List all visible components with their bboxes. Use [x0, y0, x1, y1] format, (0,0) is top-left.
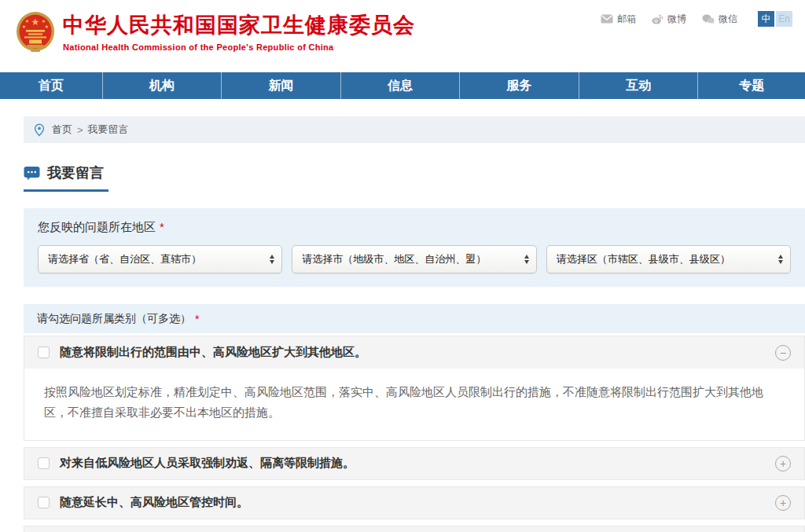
category-form-label: 请勾选问题所属类别（可多选）* [24, 304, 805, 333]
wechat-link-label: 微信 [719, 13, 737, 26]
mail-link[interactable]: 邮箱 [601, 13, 636, 26]
wechat-icon [702, 14, 715, 24]
breadcrumb-current: 我要留言 [88, 123, 129, 137]
select-arrows-icon [270, 255, 274, 264]
select-arrows-icon [778, 255, 783, 264]
category-row-4[interactable]: 随意扩大采取隔离、管控措施的风险人员范围。 + [24, 526, 805, 532]
svg-text:★: ★ [22, 24, 26, 29]
category-list: 随意将限制出行的范围由中、高风险地区扩大到其他地区。 − 按照风险地区划定标准，… [24, 336, 805, 532]
province-select[interactable]: 请选择省（省、自治区、直辖市） [38, 245, 282, 273]
national-emblem-logo: ★ ★ ★ ★ ★ [16, 11, 55, 53]
wechat-link[interactable]: 微信 [702, 13, 737, 26]
breadcrumb-separator: > [77, 124, 83, 136]
category-row-3[interactable]: 随意延长中、高风险地区管控时间。 + [24, 486, 805, 519]
category-title-2: 对来自低风险地区人员采取强制劝返、隔离等限制措施。 [60, 456, 775, 471]
category-row-1[interactable]: 随意将限制出行的范围由中、高风险地区扩大到其他地区。 − [24, 336, 805, 369]
category-detail-1: 按照风险地区划定标准，精准划定中、高风险地区范围，落实中、高风险地区人员限制出行… [24, 369, 805, 441]
breadcrumb: 首页 > 我要留言 [24, 116, 805, 143]
message-bubble-icon [24, 166, 40, 181]
nav-item-organization[interactable]: 机构 [102, 72, 222, 99]
category-title-1: 随意将限制出行的范围由中、高风险地区扩大到其他地区。 [60, 345, 775, 360]
expand-icon[interactable]: + [775, 456, 791, 471]
nav-item-information[interactable]: 信息 [340, 72, 460, 99]
region-selects-row: 请选择省（省、自治区、直辖市） 请选择市（地级市、地区、自治州、盟） 请选择区（… [38, 245, 791, 273]
region-form-label-text: 您反映的问题所在地区 [38, 220, 156, 233]
required-asterisk: * [160, 220, 164, 233]
lang-zh-button[interactable]: 中 [758, 11, 774, 27]
required-asterisk: * [195, 313, 199, 325]
category-checkbox-3[interactable] [38, 497, 50, 508]
breadcrumb-home-link[interactable]: 首页 [52, 123, 72, 137]
mail-link-label: 邮箱 [617, 13, 636, 26]
collapse-icon[interactable]: − [775, 345, 791, 361]
district-select-value: 请选择区（市辖区、县级市、县级区） [557, 252, 778, 266]
main-navigation: 首页 机构 新闻 信息 服务 互动 专题 [0, 72, 805, 99]
district-select[interactable]: 请选择区（市辖区、县级市、县级区） [546, 245, 791, 273]
site-title-english: National Health Commission of the People… [63, 42, 415, 52]
category-checkbox-1[interactable] [38, 347, 50, 358]
header-quick-links: 邮箱 微博 [585, 11, 792, 27]
category-title-3: 随意延长中、高风险地区管控时间。 [60, 495, 775, 510]
svg-text:★: ★ [45, 24, 49, 29]
select-arrows-icon [524, 255, 529, 264]
city-select[interactable]: 请选择市（地级市、地区、自治州、盟） [292, 245, 536, 273]
page-title-block: 我要留言 [24, 163, 108, 192]
lang-en-button[interactable]: En [776, 11, 792, 27]
category-row-2[interactable]: 对来自低风险地区人员采取强制劝返、隔离等限制措施。 + [24, 447, 805, 480]
site-brand: 中华人民共和国国家卫生健康委员会 National Health Commiss… [63, 13, 415, 52]
svg-text:★: ★ [31, 17, 40, 28]
page: ★ ★ ★ ★ ★ 中华人民共和国国家卫生健康委员会 National Heal… [0, 0, 805, 532]
mail-icon [601, 14, 613, 24]
site-title-chinese: 中华人民共和国国家卫生健康委员会 [63, 13, 415, 39]
page-title: 我要留言 [47, 163, 104, 182]
region-form-label: 您反映的问题所在地区* [38, 220, 791, 235]
nav-item-services[interactable]: 服务 [459, 72, 579, 99]
language-switcher: 中 En [758, 11, 792, 27]
category-section: 请勾选问题所属类别（可多选）* 随意将限制出行的范围由中、高风险地区扩大到其他地… [24, 304, 805, 532]
nav-item-topics[interactable]: 专题 [697, 72, 805, 99]
weibo-link[interactable]: 微博 [652, 13, 686, 26]
location-pin-icon [34, 123, 45, 137]
weibo-icon [652, 14, 663, 24]
category-form-label-text: 请勾选问题所属类别（可多选） [37, 312, 191, 326]
province-select-value: 请选择省（省、自治区、直辖市） [48, 252, 270, 266]
site-header: ★ ★ ★ ★ ★ 中华人民共和国国家卫生健康委员会 National Heal… [0, 0, 805, 72]
category-checkbox-2[interactable] [38, 457, 50, 469]
weibo-link-label: 微博 [667, 13, 686, 26]
city-select-value: 请选择市（地级市、地区、自治州、盟） [302, 252, 524, 266]
region-form-panel: 您反映的问题所在地区* 请选择省（省、自治区、直辖市） 请选择市（地级市、地区、… [24, 208, 805, 287]
svg-text:★: ★ [25, 19, 29, 24]
nav-item-home[interactable]: 首页 [0, 72, 102, 99]
expand-icon[interactable]: + [775, 495, 791, 511]
svg-text:★: ★ [42, 19, 46, 24]
nav-item-news[interactable]: 新闻 [221, 72, 340, 99]
category-item-1: 随意将限制出行的范围由中、高风险地区扩大到其他地区。 − 按照风险地区划定标准，… [24, 336, 805, 441]
nav-item-interaction[interactable]: 互动 [579, 72, 698, 99]
